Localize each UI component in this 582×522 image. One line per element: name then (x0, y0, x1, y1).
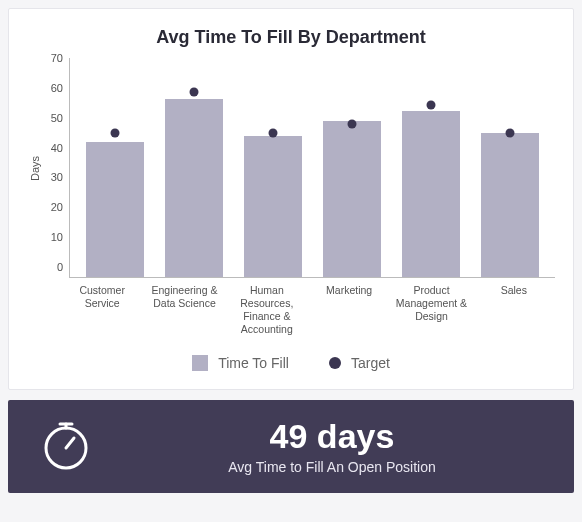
x-tick-label: Human Resources, Finance & Accounting (226, 284, 308, 337)
bar-slot (470, 58, 549, 277)
bar (402, 111, 460, 277)
target-dot (426, 100, 435, 109)
x-axis-labels: Customer ServiceEngineering & Data Scien… (27, 284, 555, 337)
stopwatch-icon (38, 418, 94, 474)
summary-text: 49 days Avg Time to Fill An Open Positio… (120, 418, 544, 475)
summary-subtitle: Avg Time to Fill An Open Position (120, 459, 544, 475)
legend-label-bar: Time To Fill (218, 355, 289, 371)
target-dot (269, 129, 278, 138)
x-tick-label: Sales (473, 284, 555, 337)
y-tick: 30 (43, 172, 63, 183)
y-tick: 40 (43, 142, 63, 153)
summary-headline: 49 days (120, 418, 544, 455)
bar-slot (155, 58, 234, 277)
x-tick-label: Marketing (308, 284, 390, 337)
target-dot (111, 129, 120, 138)
y-tick: 10 (43, 232, 63, 243)
chart-card: Avg Time To Fill By Department Days 7060… (8, 8, 574, 390)
bar (165, 99, 223, 277)
y-tick: 50 (43, 112, 63, 123)
bar (323, 121, 381, 277)
bar (481, 133, 539, 277)
bar-slot (391, 58, 470, 277)
y-axis-label: Days (27, 58, 43, 278)
legend-swatch-bar (192, 355, 208, 371)
x-tick-label: Engineering & Data Science (143, 284, 225, 337)
y-tick: 60 (43, 82, 63, 93)
bar (86, 142, 144, 277)
legend: Time To Fill Target (27, 355, 555, 371)
legend-item-bar: Time To Fill (192, 355, 289, 371)
bars-container (70, 58, 555, 277)
x-tick-label: Product Management & Design (390, 284, 472, 337)
bar-slot (234, 58, 313, 277)
target-dot (347, 119, 356, 128)
y-tick: 20 (43, 202, 63, 213)
summary-banner: 49 days Avg Time to Fill An Open Positio… (8, 400, 574, 493)
plot-region (69, 58, 555, 278)
y-tick: 0 (43, 261, 63, 272)
bar-slot (76, 58, 155, 277)
legend-swatch-dot (329, 357, 341, 369)
y-tick: 70 (43, 53, 63, 64)
legend-label-dot: Target (351, 355, 390, 371)
x-tick-label: Customer Service (61, 284, 143, 337)
legend-item-dot: Target (329, 355, 390, 371)
bar (244, 136, 302, 277)
target-dot (505, 129, 514, 138)
chart-area: Days 706050403020100 (27, 58, 555, 278)
y-axis-ticks: 706050403020100 (43, 58, 69, 278)
chart-title: Avg Time To Fill By Department (27, 27, 555, 48)
bar-slot (312, 58, 391, 277)
target-dot (190, 88, 199, 97)
